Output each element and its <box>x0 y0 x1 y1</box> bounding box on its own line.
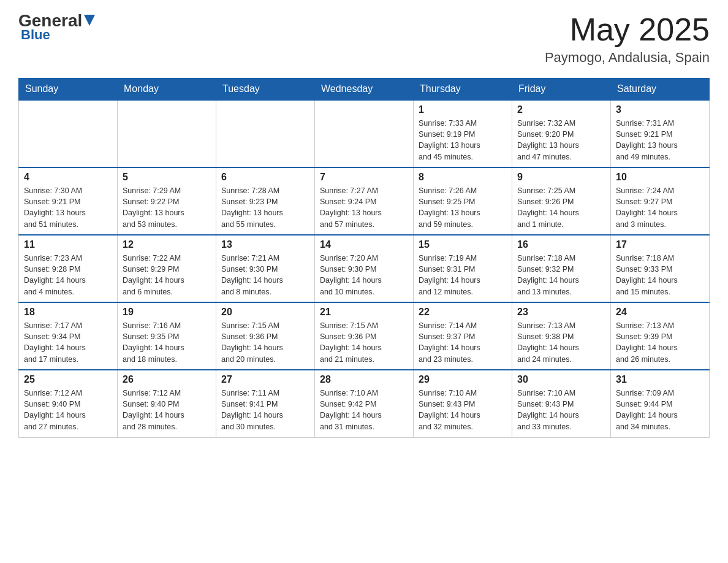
header-saturday: Saturday <box>611 79 710 101</box>
header-sunday: Sunday <box>19 79 118 101</box>
day-info: Sunrise: 7:33 AM Sunset: 9:19 PM Dayligh… <box>419 118 507 163</box>
day-info: Sunrise: 7:31 AM Sunset: 9:21 PM Dayligh… <box>616 118 704 163</box>
day-info: Sunrise: 7:26 AM Sunset: 9:25 PM Dayligh… <box>419 185 507 230</box>
calendar-cell: 29Sunrise: 7:10 AM Sunset: 9:43 PM Dayli… <box>414 370 512 437</box>
calendar-cell: 24Sunrise: 7:13 AM Sunset: 9:39 PM Dayli… <box>611 302 710 370</box>
day-number: 18 <box>24 307 112 318</box>
page-header: General Blue May 2025 Paymogo, Andalusia… <box>18 12 710 66</box>
calendar-cell: 5Sunrise: 7:29 AM Sunset: 9:22 PM Daylig… <box>118 167 216 235</box>
calendar-cell <box>19 100 118 167</box>
calendar-cell: 12Sunrise: 7:22 AM Sunset: 9:29 PM Dayli… <box>118 235 216 302</box>
calendar-cell: 8Sunrise: 7:26 AM Sunset: 9:25 PM Daylig… <box>414 167 512 235</box>
calendar-cell: 2Sunrise: 7:32 AM Sunset: 9:20 PM Daylig… <box>512 100 611 167</box>
day-number: 11 <box>24 239 112 250</box>
calendar-cell: 20Sunrise: 7:15 AM Sunset: 9:36 PM Dayli… <box>216 302 315 370</box>
day-info: Sunrise: 7:15 AM Sunset: 9:36 PM Dayligh… <box>221 320 309 365</box>
logo: General Blue <box>18 12 95 43</box>
day-number: 8 <box>419 172 507 183</box>
day-info: Sunrise: 7:25 AM Sunset: 9:26 PM Dayligh… <box>517 185 605 230</box>
day-info: Sunrise: 7:19 AM Sunset: 9:31 PM Dayligh… <box>419 253 507 297</box>
day-number: 10 <box>616 172 704 183</box>
day-number: 7 <box>320 172 408 183</box>
calendar-week-row: 25Sunrise: 7:12 AM Sunset: 9:40 PM Dayli… <box>19 370 710 437</box>
calendar-cell: 18Sunrise: 7:17 AM Sunset: 9:34 PM Dayli… <box>19 302 118 370</box>
day-number: 4 <box>24 172 112 183</box>
day-info: Sunrise: 7:27 AM Sunset: 9:24 PM Dayligh… <box>320 185 408 230</box>
calendar-cell: 15Sunrise: 7:19 AM Sunset: 9:31 PM Dayli… <box>414 235 512 302</box>
day-number: 15 <box>419 239 507 250</box>
calendar-cell: 28Sunrise: 7:10 AM Sunset: 9:42 PM Dayli… <box>315 370 414 437</box>
day-info: Sunrise: 7:22 AM Sunset: 9:29 PM Dayligh… <box>123 253 211 297</box>
svg-marker-0 <box>84 15 95 26</box>
day-number: 17 <box>616 239 704 250</box>
calendar-cell: 17Sunrise: 7:18 AM Sunset: 9:33 PM Dayli… <box>611 235 710 302</box>
day-number: 21 <box>320 307 408 318</box>
calendar-cell: 6Sunrise: 7:28 AM Sunset: 9:23 PM Daylig… <box>216 167 315 235</box>
day-info: Sunrise: 7:13 AM Sunset: 9:39 PM Dayligh… <box>616 320 704 365</box>
day-number: 6 <box>221 172 309 183</box>
day-info: Sunrise: 7:09 AM Sunset: 9:44 PM Dayligh… <box>616 388 704 432</box>
calendar-cell: 31Sunrise: 7:09 AM Sunset: 9:44 PM Dayli… <box>611 370 710 437</box>
day-info: Sunrise: 7:28 AM Sunset: 9:23 PM Dayligh… <box>221 185 309 230</box>
calendar-cell: 30Sunrise: 7:10 AM Sunset: 9:43 PM Dayli… <box>512 370 611 437</box>
calendar-cell <box>216 100 315 167</box>
calendar-cell: 13Sunrise: 7:21 AM Sunset: 9:30 PM Dayli… <box>216 235 315 302</box>
day-info: Sunrise: 7:12 AM Sunset: 9:40 PM Dayligh… <box>24 388 112 432</box>
day-info: Sunrise: 7:23 AM Sunset: 9:28 PM Dayligh… <box>24 253 112 297</box>
day-number: 14 <box>320 239 408 250</box>
day-info: Sunrise: 7:11 AM Sunset: 9:41 PM Dayligh… <box>221 388 309 432</box>
day-info: Sunrise: 7:10 AM Sunset: 9:43 PM Dayligh… <box>517 388 605 432</box>
day-info: Sunrise: 7:13 AM Sunset: 9:38 PM Dayligh… <box>517 320 605 365</box>
header-tuesday: Tuesday <box>216 79 315 101</box>
day-number: 5 <box>123 172 211 183</box>
calendar-cell: 21Sunrise: 7:15 AM Sunset: 9:36 PM Dayli… <box>315 302 414 370</box>
calendar-cell: 27Sunrise: 7:11 AM Sunset: 9:41 PM Dayli… <box>216 370 315 437</box>
calendar-week-row: 11Sunrise: 7:23 AM Sunset: 9:28 PM Dayli… <box>19 235 710 302</box>
day-info: Sunrise: 7:14 AM Sunset: 9:37 PM Dayligh… <box>419 320 507 365</box>
day-info: Sunrise: 7:17 AM Sunset: 9:34 PM Dayligh… <box>24 320 112 365</box>
calendar-cell <box>315 100 414 167</box>
day-number: 23 <box>517 307 605 318</box>
location-title: Paymogo, Andalusia, Spain <box>545 50 710 66</box>
day-info: Sunrise: 7:29 AM Sunset: 9:22 PM Dayligh… <box>123 185 211 230</box>
day-info: Sunrise: 7:20 AM Sunset: 9:30 PM Dayligh… <box>320 253 408 297</box>
title-area: May 2025 Paymogo, Andalusia, Spain <box>545 12 710 66</box>
header-friday: Friday <box>512 79 611 101</box>
calendar-cell <box>118 100 216 167</box>
calendar-cell: 10Sunrise: 7:24 AM Sunset: 9:27 PM Dayli… <box>611 167 710 235</box>
day-number: 2 <box>517 104 605 115</box>
day-number: 16 <box>517 239 605 250</box>
calendar-week-row: 18Sunrise: 7:17 AM Sunset: 9:34 PM Dayli… <box>19 302 710 370</box>
day-number: 9 <box>517 172 605 183</box>
calendar-week-row: 1Sunrise: 7:33 AM Sunset: 9:19 PM Daylig… <box>19 100 710 167</box>
calendar-cell: 19Sunrise: 7:16 AM Sunset: 9:35 PM Dayli… <box>118 302 216 370</box>
day-info: Sunrise: 7:18 AM Sunset: 9:33 PM Dayligh… <box>616 253 704 297</box>
day-number: 26 <box>123 374 211 385</box>
day-number: 30 <box>517 374 605 385</box>
calendar-cell: 1Sunrise: 7:33 AM Sunset: 9:19 PM Daylig… <box>414 100 512 167</box>
calendar-cell: 11Sunrise: 7:23 AM Sunset: 9:28 PM Dayli… <box>19 235 118 302</box>
day-info: Sunrise: 7:16 AM Sunset: 9:35 PM Dayligh… <box>123 320 211 365</box>
day-info: Sunrise: 7:21 AM Sunset: 9:30 PM Dayligh… <box>221 253 309 297</box>
day-number: 22 <box>419 307 507 318</box>
day-number: 12 <box>123 239 211 250</box>
day-number: 13 <box>221 239 309 250</box>
day-info: Sunrise: 7:24 AM Sunset: 9:27 PM Dayligh… <box>616 185 704 230</box>
header-thursday: Thursday <box>414 79 512 101</box>
header-wednesday: Wednesday <box>315 79 414 101</box>
calendar-cell: 3Sunrise: 7:31 AM Sunset: 9:21 PM Daylig… <box>611 100 710 167</box>
day-number: 3 <box>616 104 704 115</box>
day-number: 27 <box>221 374 309 385</box>
header-monday: Monday <box>118 79 216 101</box>
day-info: Sunrise: 7:18 AM Sunset: 9:32 PM Dayligh… <box>517 253 605 297</box>
day-info: Sunrise: 7:30 AM Sunset: 9:21 PM Dayligh… <box>24 185 112 230</box>
logo-triangle-icon <box>84 15 95 26</box>
calendar-cell: 14Sunrise: 7:20 AM Sunset: 9:30 PM Dayli… <box>315 235 414 302</box>
day-info: Sunrise: 7:10 AM Sunset: 9:43 PM Dayligh… <box>419 388 507 432</box>
calendar-cell: 7Sunrise: 7:27 AM Sunset: 9:24 PM Daylig… <box>315 167 414 235</box>
calendar-cell: 23Sunrise: 7:13 AM Sunset: 9:38 PM Dayli… <box>512 302 611 370</box>
calendar-cell: 4Sunrise: 7:30 AM Sunset: 9:21 PM Daylig… <box>19 167 118 235</box>
day-number: 28 <box>320 374 408 385</box>
day-number: 25 <box>24 374 112 385</box>
calendar-cell: 25Sunrise: 7:12 AM Sunset: 9:40 PM Dayli… <box>19 370 118 437</box>
